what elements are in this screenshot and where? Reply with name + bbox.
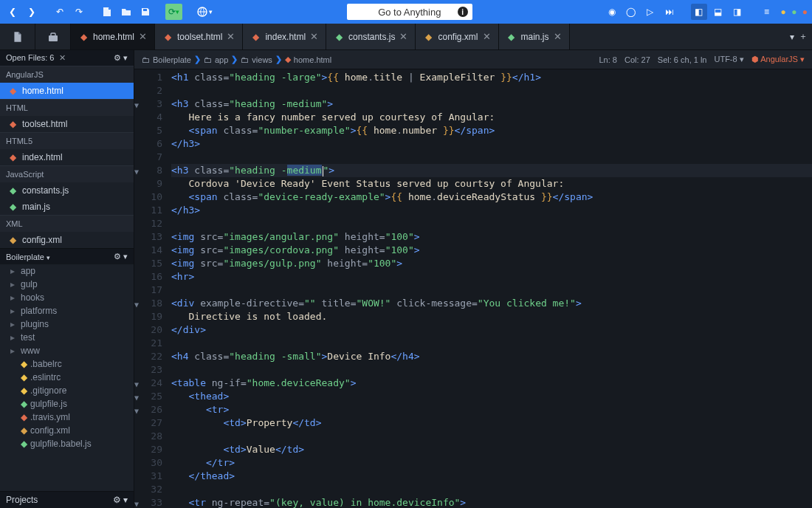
tree-item[interactable]: ▸hooks bbox=[0, 291, 134, 304]
code-line[interactable] bbox=[171, 363, 812, 377]
tree-item[interactable]: ▸app bbox=[0, 264, 134, 278]
new-tab-button[interactable]: ＋ bbox=[799, 30, 808, 43]
code-line[interactable]: <h3 class="heading -medium"> bbox=[171, 97, 812, 111]
code-line[interactable] bbox=[171, 483, 812, 496]
code-line[interactable]: <h1 class="heading -large">{{ home.title… bbox=[171, 71, 812, 84]
back-button[interactable]: ❮ bbox=[4, 4, 21, 20]
open-file-item[interactable]: ◆main.js bbox=[0, 199, 134, 215]
code-line[interactable]: </div> bbox=[171, 323, 812, 337]
code-line[interactable] bbox=[171, 151, 812, 164]
encoding-selector[interactable]: UTF-8 ▾ bbox=[714, 55, 743, 64]
close-window-button[interactable]: ● bbox=[802, 7, 808, 17]
code-line[interactable]: <img src="images/angular.png" height="10… bbox=[171, 230, 812, 244]
code-line[interactable]: <div example-directive="" title="WOW!" c… bbox=[171, 297, 812, 310]
menu-button[interactable]: ≡ bbox=[759, 4, 775, 20]
run-button[interactable]: ⟳▾ bbox=[165, 4, 182, 20]
new-file-button[interactable] bbox=[99, 4, 115, 20]
close-tab-button[interactable]: ✕ bbox=[227, 31, 235, 42]
stop-macro-button[interactable]: ◯ bbox=[623, 4, 639, 20]
record-macro-button[interactable]: ◉ bbox=[604, 4, 620, 20]
toolbox-icon[interactable] bbox=[35, 24, 71, 49]
breadcrumb-item[interactable]: 🗀Boilerplate bbox=[142, 55, 191, 64]
tree-item[interactable]: ◆.gitignore bbox=[0, 384, 134, 397]
code-line[interactable]: <table ng-if="home.deviceReady"> bbox=[171, 377, 812, 390]
close-tab-button[interactable]: ✕ bbox=[139, 31, 147, 42]
gear-icon[interactable]: ⚙ ▾ bbox=[114, 53, 128, 63]
tree-item[interactable]: ▸plugins bbox=[0, 318, 134, 331]
tab-constants-js[interactable]: ◆constants.js✕ bbox=[326, 24, 416, 49]
code-line[interactable] bbox=[171, 337, 812, 350]
forward-button[interactable]: ❯ bbox=[24, 4, 40, 20]
code-line[interactable]: Here is a fancy number served up courtes… bbox=[171, 111, 812, 124]
code-line[interactable]: Directive is not loaded. bbox=[171, 310, 812, 323]
code-line[interactable]: <thead> bbox=[171, 390, 812, 403]
save-button[interactable] bbox=[137, 4, 154, 20]
code-line[interactable]: </h3> bbox=[171, 137, 812, 151]
code-line[interactable]: <td>Property</td> bbox=[171, 416, 812, 430]
tree-item[interactable]: ◆config.xml bbox=[0, 424, 134, 437]
tree-item[interactable]: ◆gulpfile.babel.js bbox=[0, 437, 134, 450]
code-line[interactable]: <hr> bbox=[171, 270, 812, 284]
tree-item[interactable]: ◆gulpfile.js bbox=[0, 397, 134, 411]
code-line[interactable]: </thead> bbox=[171, 470, 812, 483]
tree-item[interactable]: ▸gulp bbox=[0, 278, 134, 291]
panel-right-button[interactable]: ◨ bbox=[729, 4, 746, 20]
close-tab-button[interactable]: ✕ bbox=[399, 31, 407, 42]
tab-home-html[interactable]: ◆home.html✕ bbox=[71, 24, 155, 49]
fold-toggle[interactable]: ▼ bbox=[134, 498, 139, 508]
open-file-item[interactable]: ◆config.xml bbox=[0, 232, 134, 248]
open-file-item[interactable]: ◆home.html bbox=[0, 83, 134, 99]
close-tab-button[interactable]: ✕ bbox=[483, 31, 491, 42]
code-line[interactable]: </h3> bbox=[171, 204, 812, 217]
play-last-button[interactable]: ⏭ bbox=[661, 4, 678, 20]
close-all-open-files-button[interactable]: ✕ bbox=[59, 53, 66, 62]
gear-icon[interactable]: ⚙ ▾ bbox=[113, 495, 128, 505]
open-file-button[interactable] bbox=[118, 4, 134, 20]
code-editor[interactable]: 12▼34567▼891011121314151617▼181920212223… bbox=[134, 69, 812, 508]
tab-overflow-button[interactable]: ▾ bbox=[790, 32, 794, 42]
language-selector[interactable]: ⬢ AngularJS ▾ bbox=[751, 55, 805, 64]
tab-config-xml[interactable]: ◆config.xml✕ bbox=[416, 24, 498, 49]
tree-item[interactable]: ▸test bbox=[0, 331, 134, 344]
tree-item[interactable]: ▸platforms bbox=[0, 304, 134, 318]
code-line[interactable]: <img src="images/cordova.png" height="10… bbox=[171, 244, 812, 257]
go-to-anything-input[interactable]: Go to Anything i bbox=[347, 4, 472, 20]
code-line[interactable]: <h4 class="heading -small">Device Info</… bbox=[171, 350, 812, 363]
gear-icon[interactable]: ⚙ ▾ bbox=[114, 252, 128, 261]
code-line[interactable] bbox=[171, 217, 812, 230]
close-tab-button[interactable]: ✕ bbox=[310, 31, 318, 42]
breadcrumb-item[interactable]: ◆home.html bbox=[285, 55, 331, 64]
code-line[interactable]: <td>Value</td> bbox=[171, 443, 812, 456]
left-panel-icon[interactable] bbox=[0, 24, 35, 49]
code-line[interactable] bbox=[171, 284, 812, 297]
undo-button[interactable]: ↶ bbox=[52, 4, 68, 20]
open-file-item[interactable]: ◆index.html bbox=[0, 149, 134, 165]
breadcrumb-item[interactable]: 🗀views bbox=[241, 55, 272, 64]
code-line[interactable]: </tr> bbox=[171, 456, 812, 470]
tree-item[interactable]: ◆.travis.yml bbox=[0, 411, 134, 424]
code-line[interactable] bbox=[171, 430, 812, 443]
breadcrumb-item[interactable]: 🗀app bbox=[204, 55, 228, 64]
code-line[interactable] bbox=[171, 84, 812, 97]
minimize-button[interactable]: ● bbox=[781, 7, 786, 17]
play-macro-button[interactable]: ▷ bbox=[642, 4, 658, 20]
code-line[interactable]: <img src="images/gulp.png" height="100"> bbox=[171, 257, 812, 270]
open-file-item[interactable]: ◆constants.js bbox=[0, 182, 134, 199]
globe-button[interactable]: ▾ bbox=[194, 4, 216, 20]
open-file-item[interactable]: ◆toolset.html bbox=[0, 116, 134, 132]
tree-item[interactable]: ▸www bbox=[0, 344, 134, 357]
tab-main-js[interactable]: ◆main.js✕ bbox=[499, 24, 570, 49]
close-tab-button[interactable]: ✕ bbox=[554, 31, 562, 42]
code-line[interactable]: <tr ng-repeat="(key, value) in home.devi… bbox=[171, 496, 812, 508]
panel-bottom-button[interactable]: ⬓ bbox=[710, 4, 726, 20]
code-line[interactable]: <tr> bbox=[171, 403, 812, 416]
tab-toolset-html[interactable]: ◆toolset.html✕ bbox=[155, 24, 243, 49]
code-line[interactable]: <h3 class="heading -medium"> bbox=[171, 164, 812, 177]
code-line[interactable]: Cordova 'Device Ready' Event Status serv… bbox=[171, 177, 812, 190]
code-line[interactable]: <span class="device-ready-example">{{ ho… bbox=[171, 190, 812, 204]
panel-left-button[interactable]: ◧ bbox=[691, 4, 707, 20]
maximize-button[interactable]: ● bbox=[791, 7, 796, 17]
tab-index-html[interactable]: ◆index.html✕ bbox=[243, 24, 326, 49]
tree-item[interactable]: ◆.babelrc bbox=[0, 357, 134, 371]
code-line[interactable]: <span class="number-example">{{ home.num… bbox=[171, 124, 812, 137]
